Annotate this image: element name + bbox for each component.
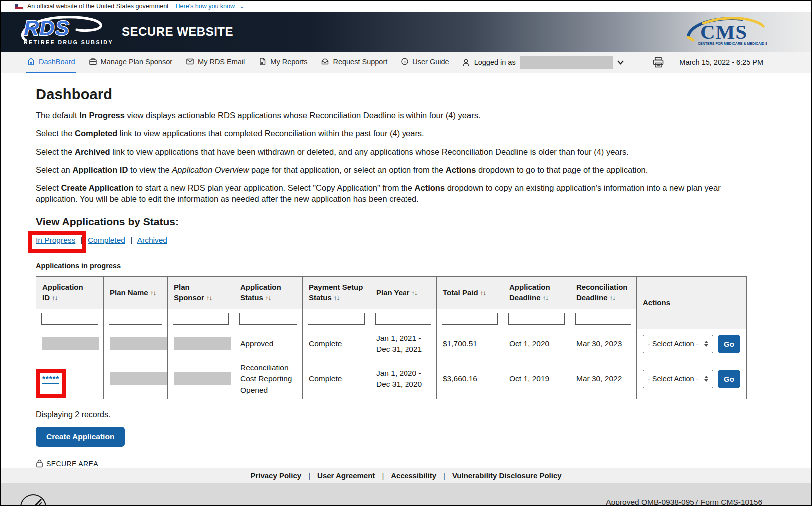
filter-input-payment-setup-status[interactable] [308,313,365,325]
cell-payment-setup-status: Complete [303,329,370,359]
home-icon [27,57,35,66]
create-application-button[interactable]: Create Application [36,427,125,447]
col-plan-sponsor[interactable]: Plan Sponsor↑↓ [168,276,234,309]
footer-link-vulnerability-disclosure[interactable]: Vulnerability Disclosure Policy [452,471,562,480]
omb-approval-text: Approved OMB-0938-0957 Form CMS-10156 Ap… [606,497,762,506]
separator: | [81,236,83,244]
separator: | [130,236,132,244]
site-label: SECURE WEBSITE [122,25,233,39]
applications-table: Application ID↑↓ Plan Name↑↓ Plan Sponso… [36,276,747,399]
rds-logo-title: RDS [24,18,99,38]
cell-plan-name [104,359,168,399]
chevron-down-icon [617,60,624,65]
col-application-deadline[interactable]: Application Deadline↑↓ [503,276,570,309]
filter-input-plan-year[interactable] [375,313,431,325]
intro-paragraph-4: Select an Application ID to view the App… [36,164,746,175]
filter-input-application-deadline[interactable] [508,313,565,325]
sort-icon[interactable]: ↑↓ [543,294,549,302]
nav-item-my-rds-email[interactable]: My RDS Email [185,52,246,73]
col-total-paid[interactable]: Total Paid↑↓ [437,276,503,309]
cell-plan-year: Jan 1, 2020 -Dec 31, 2020 [370,359,437,399]
lock-icon [36,459,43,468]
main-nav: DashBoard Manage Plan Sponsor My RDS Ema… [1,52,811,73]
nav-item-dashboard[interactable]: DashBoard [26,52,76,73]
select-arrows-icon [704,376,708,382]
sort-icon[interactable]: ↑↓ [610,294,616,302]
page: An official website of the United States… [0,0,812,506]
col-payment-setup-status[interactable]: Payment Setup Status↑↓ [303,276,370,309]
rds-logo: RDS RETIREE DRUG SUBSIDY [24,18,99,45]
intro-paragraph-5: Select Create Application to start a new… [36,182,746,205]
logged-in-user-redacted [520,56,613,69]
footer-links: Privacy Policy | User Agreement | Access… [1,468,811,483]
cell-payment-setup-status: Complete [303,359,370,399]
application-id-link[interactable]: ***** [42,374,59,384]
footer-link-accessibility[interactable]: Accessibility [391,471,436,480]
footer-link-user-agreement[interactable]: User Agreement [317,471,375,480]
status-heading: View Applications by Status: [36,216,776,228]
col-reconciliation-deadline[interactable]: Reconciliation Deadline↑↓ [570,276,637,309]
col-application-id[interactable]: Application ID↑↓ [36,276,104,309]
nav-item-user-guide[interactable]: User Guide [400,52,450,73]
cell-reconciliation-deadline: Mar 30, 2022 [570,359,637,399]
link-archived[interactable]: Archived [137,236,167,244]
sort-icon[interactable]: ↑↓ [411,289,417,297]
link-in-progress[interactable]: In Progress [36,236,75,244]
nav-item-request-support[interactable]: Request Support [320,52,388,73]
records-count: Displaying 2 records. [36,410,776,419]
filter-input-application-status[interactable] [239,313,297,325]
svg-text:CMS: CMS [700,20,747,43]
cell-application-id [36,329,104,359]
cms-logo: CMS CENTERS FOR MEDICARE & MEDICAID SERV… [683,15,767,48]
sort-icon[interactable]: ↑↓ [206,294,212,302]
action-select[interactable]: - Select Action - [643,335,713,353]
secure-area: SECURE AREA [36,459,776,468]
omb-line-1: Approved OMB-0938-0957 Form CMS-10156 [606,497,762,506]
nav-label: My Reports [270,58,307,66]
footer-bottom: Approved OMB-0938-0957 Form CMS-10156 Ap… [1,483,811,506]
select-arrows-icon [704,341,708,347]
sort-icon[interactable]: ↑↓ [480,289,486,297]
main-content: Dashboard The default In Progress view d… [1,73,811,468]
sort-icon[interactable]: ↑↓ [265,294,271,302]
cell-plan-sponsor [168,359,234,399]
col-plan-year[interactable]: Plan Year↑↓ [370,276,437,309]
cell-total-paid: $3,660.16 [437,359,503,399]
filter-input-total-paid[interactable] [442,313,498,325]
logged-in-label: Logged in as [474,58,516,66]
nav-label: Manage Plan Sponsor [101,58,173,66]
go-button[interactable]: Go [718,370,740,388]
action-select[interactable]: - Select Action - [643,370,713,388]
go-button[interactable]: Go [718,335,740,353]
cell-reconciliation-deadline: Mar 30, 2023 [570,329,637,359]
col-application-status[interactable]: Application Status↑↓ [234,276,303,309]
gov-banner-text: An official website of the United States… [27,3,169,10]
nav-item-my-reports[interactable]: My Reports [257,52,308,73]
filter-input-plan-sponsor[interactable] [173,313,229,325]
nav-label: DashBoard [39,58,75,66]
cell-application-id: ***** [36,359,104,399]
print-icon[interactable] [652,57,664,68]
info-icon [401,57,409,66]
chevron-down-icon: ⌄ [240,3,244,10]
redacted-value [110,372,167,385]
nav-label: User Guide [412,58,449,66]
footer-link-privacy-policy[interactable]: Privacy Policy [250,471,301,480]
hhs-logo-icon [19,493,48,506]
filter-input-application-id[interactable] [41,313,98,325]
col-plan-name[interactable]: Plan Name↑↓ [104,276,168,309]
sort-icon[interactable]: ↑↓ [52,294,58,302]
how-you-know-link[interactable]: Here's how you know [176,3,235,10]
intro-paragraphs: The default In Progress view displays ac… [36,110,776,205]
nav-label: Request Support [333,58,387,66]
filter-input-reconciliation-deadline[interactable] [575,313,631,325]
sort-icon[interactable]: ↑↓ [334,294,340,302]
logged-in-dropdown[interactable]: Logged in as [462,52,624,73]
sort-icon[interactable]: ↑↓ [150,289,156,297]
intro-paragraph-1: The default In Progress view displays ac… [36,110,746,121]
cell-actions: - Select Action - Go [637,329,747,359]
envelope-icon [186,57,194,66]
link-completed[interactable]: Completed [88,236,125,244]
filter-input-plan-name[interactable] [109,313,162,325]
nav-item-manage-plan-sponsor[interactable]: Manage Plan Sponsor [88,52,174,73]
